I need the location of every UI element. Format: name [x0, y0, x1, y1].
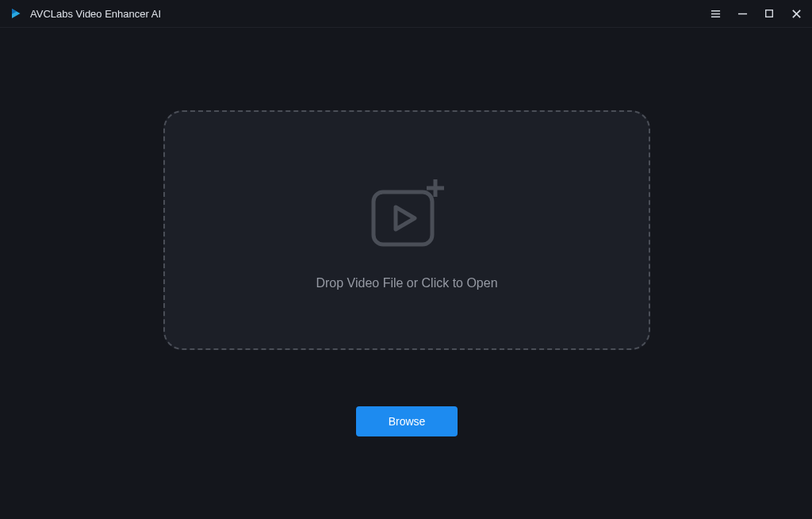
app-title: AVCLabs Video Enhancer AI: [30, 8, 161, 20]
titlebar-left: AVCLabs Video Enhancer AI: [10, 6, 161, 21]
main-area: Drop Video File or Click to Open Browse: [0, 28, 812, 519]
app-logo-icon: [10, 6, 24, 21]
dropzone-prompt: Drop Video File or Click to Open: [316, 276, 497, 290]
browse-button[interactable]: Browse: [356, 406, 458, 436]
window-controls: [709, 7, 802, 20]
maximize-icon[interactable]: [763, 7, 776, 20]
menu-icon[interactable]: [709, 7, 722, 20]
svg-rect-7: [373, 192, 432, 244]
add-video-icon: [369, 179, 445, 249]
minimize-icon[interactable]: [736, 7, 749, 20]
browse-button-label: Browse: [389, 415, 426, 428]
video-dropzone[interactable]: Drop Video File or Click to Open: [163, 110, 650, 350]
close-icon[interactable]: [790, 7, 802, 20]
titlebar: AVCLabs Video Enhancer AI: [0, 0, 812, 28]
svg-rect-4: [766, 10, 773, 17]
